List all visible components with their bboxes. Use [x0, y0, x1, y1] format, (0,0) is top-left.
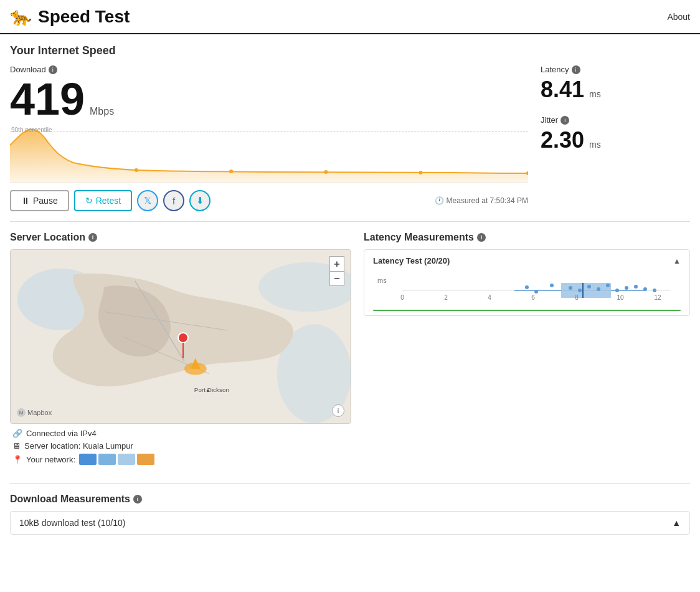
speed-chart-svg: [10, 127, 528, 183]
server-location-title: Server Location i: [10, 232, 351, 243]
network-swatches: [79, 454, 154, 465]
svg-point-37: [597, 287, 600, 291]
percentile-label: 90th percentile: [11, 127, 52, 133]
latency-unit: ms: [589, 89, 601, 99]
speed-section: Download i 419 Mbps 90th percentile: [10, 65, 690, 211]
svg-text:12: 12: [654, 294, 661, 301]
download-measurements-divider: [10, 483, 690, 484]
map-zoom-out-button[interactable]: −: [329, 271, 344, 286]
svg-text:10: 10: [617, 294, 624, 301]
svg-point-1: [229, 169, 233, 173]
svg-point-17: [207, 389, 209, 392]
connected-via-row: 🔗 Connected via IPv4: [12, 429, 349, 438]
latency-measurements-column: Latency Measurements i Latency Test (20/…: [364, 232, 690, 473]
map-svg: Port Dickson: [11, 250, 351, 423]
latency-measurements-title: Latency Measurements i: [364, 232, 690, 243]
jitter-block: Jitter i 2.30 ms: [541, 115, 690, 153]
jitter-value: 2.30: [541, 127, 584, 153]
svg-text:0: 0: [400, 294, 404, 301]
svg-point-35: [578, 289, 582, 292]
logo-icon: 🐆: [10, 6, 32, 27]
latency-jitter-panel: Latency i 8.41 ms Jitter i 2.30 ms: [528, 65, 690, 211]
download-speed-display: 419 Mbps: [10, 77, 528, 122]
svg-text:ms: ms: [377, 277, 387, 284]
chevron-up-icon[interactable]: ▲: [673, 257, 681, 265]
main-content: Your Internet Speed Download i 419 Mbps …: [0, 34, 700, 545]
svg-point-2: [324, 170, 328, 174]
header-left: 🐆 Speed Test: [10, 6, 130, 27]
latency-label: Latency i: [541, 65, 690, 74]
svg-point-3: [419, 171, 422, 174]
facebook-share-button[interactable]: f: [163, 190, 184, 211]
internet-speed-title: Your Internet Speed: [10, 44, 690, 57]
download-measurements-title: Download Measurements i: [10, 494, 690, 505]
svg-point-40: [625, 286, 628, 290]
svg-text:4: 4: [488, 294, 491, 301]
swatch-2: [98, 454, 116, 465]
svg-text:2: 2: [444, 294, 448, 301]
twitter-share-button[interactable]: 𝕏: [137, 190, 158, 211]
facebook-icon: f: [173, 196, 175, 206]
server-location-row: 🖥 Server location: Kuala Lumpur: [12, 441, 349, 451]
accordion-title: 10kB download test (10/10): [19, 518, 125, 528]
mapbox-icon: M: [17, 408, 26, 417]
svg-point-43: [653, 289, 656, 292]
accordion-header[interactable]: 10kB download test (10/10) ▲: [11, 512, 689, 534]
download-unit: Mbps: [90, 106, 114, 117]
latency-chart-header: Latency Test (20/20) ▲: [373, 256, 681, 265]
about-link[interactable]: About: [667, 12, 690, 22]
svg-point-41: [634, 285, 638, 289]
download-measurements-section: Download Measurements i 10kB download te…: [10, 494, 690, 535]
retest-icon: ↻: [85, 196, 93, 206]
download-label: Download i: [10, 65, 528, 74]
pause-button[interactable]: ⏸ Pause: [10, 190, 69, 211]
section-divider: [10, 221, 690, 222]
download-measurements-info-icon[interactable]: i: [133, 495, 142, 504]
download-panel: Download i 419 Mbps 90th percentile: [10, 65, 528, 211]
svg-point-39: [615, 289, 619, 292]
latency-chart-inner: ms 0 2 4 6 8 10 12: [373, 272, 681, 309]
accordion-chevron-up-icon: ▲: [672, 518, 681, 528]
server-location-column: Server Location i: [10, 232, 351, 473]
server-icon: 🖥: [12, 441, 21, 451]
svg-text:Port Dickson: Port Dickson: [194, 386, 229, 393]
twitter-icon: 𝕏: [144, 195, 151, 206]
svg-point-0: [135, 168, 138, 172]
latency-block: Latency i 8.41 ms: [541, 65, 690, 103]
server-location-info-icon[interactable]: i: [88, 233, 97, 242]
measured-at-text: 🕐 Measured at 7:50:34 PM: [435, 196, 528, 205]
your-network-row: 📍 Your network:: [12, 454, 349, 465]
latency-chart-box: Latency Test (20/20) ▲ ms 0 2 4 6 8: [364, 249, 690, 316]
latency-info-icon[interactable]: i: [572, 65, 580, 74]
svg-point-38: [606, 284, 610, 287]
latency-chart-svg: ms 0 2 4 6 8 10 12: [373, 272, 681, 303]
svg-point-12: [178, 333, 188, 343]
download-value: 419: [10, 74, 85, 124]
map-info-panel: 🔗 Connected via IPv4 🖥 Server location: …: [10, 424, 351, 473]
pause-icon: ⏸: [21, 196, 30, 206]
download-info-icon[interactable]: i: [49, 65, 57, 74]
svg-point-33: [550, 284, 554, 287]
retest-button[interactable]: ↻ Retest: [74, 190, 132, 211]
download-accordion-item: 10kB download test (10/10) ▲: [10, 511, 690, 535]
map-info-button[interactable]: i: [332, 404, 344, 417]
map-container: Port Dickson + − M Mapbox i: [10, 249, 351, 424]
jitter-unit: ms: [589, 140, 601, 150]
action-buttons-row: ⏸ Pause ↻ Retest 𝕏 f ⬇ 🕐 Mea: [10, 190, 528, 211]
jitter-info-icon[interactable]: i: [560, 116, 569, 125]
map-zoom-in-button[interactable]: +: [329, 256, 344, 271]
mapbox-logo: M Mapbox: [17, 408, 52, 417]
download-share-button[interactable]: ⬇: [189, 190, 210, 211]
percentile-line: [10, 131, 528, 132]
svg-point-31: [525, 285, 529, 289]
app-title: Speed Test: [38, 7, 130, 27]
svg-rect-27: [561, 283, 611, 298]
network-icon: 📍: [12, 455, 22, 464]
svg-point-42: [643, 287, 647, 291]
svg-point-32: [534, 290, 538, 294]
latency-value: 8.41: [541, 77, 584, 102]
svg-point-36: [587, 285, 591, 289]
latency-measurements-info-icon[interactable]: i: [477, 233, 486, 242]
app-header: 🐆 Speed Test About: [0, 0, 700, 34]
swatch-1: [79, 454, 97, 465]
